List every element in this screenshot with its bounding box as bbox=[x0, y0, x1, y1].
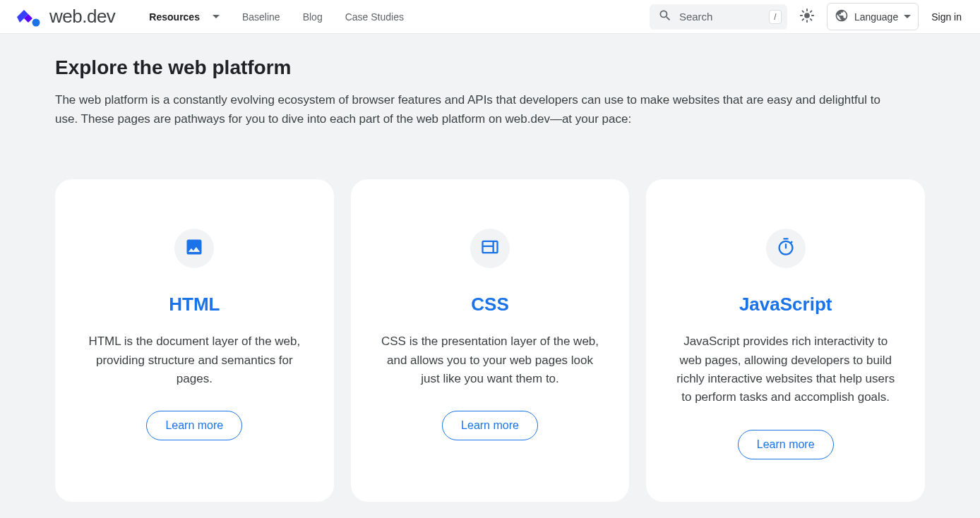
svg-line-6 bbox=[802, 11, 803, 12]
language-label: Language bbox=[854, 11, 898, 23]
site-header: web.dev Resources Baseline Blog Case Stu… bbox=[0, 0, 980, 34]
logo-icon bbox=[17, 7, 42, 27]
nav-blog[interactable]: Blog bbox=[303, 11, 323, 23]
page-description: The web platform is a constantly evolvin… bbox=[55, 90, 902, 128]
page-title: Explore the web platform bbox=[55, 56, 925, 79]
search-input[interactable] bbox=[679, 11, 762, 23]
chevron-down-icon bbox=[904, 15, 911, 18]
card-html: HTML HTML is the document layer of the w… bbox=[55, 179, 334, 501]
svg-line-9 bbox=[811, 11, 812, 12]
learn-more-button[interactable]: Learn more bbox=[442, 411, 538, 440]
cards-row: HTML HTML is the document layer of the w… bbox=[55, 179, 925, 501]
card-title: HTML bbox=[169, 294, 220, 315]
card-icon-wrap bbox=[174, 229, 214, 268]
sun-icon bbox=[799, 8, 815, 26]
theme-toggle[interactable] bbox=[793, 3, 821, 31]
card-description: JavaScript provides rich interactivity t… bbox=[671, 332, 900, 406]
nav-baseline[interactable]: Baseline bbox=[242, 11, 280, 23]
chevron-down-icon bbox=[213, 15, 220, 18]
timer-icon bbox=[776, 237, 796, 260]
nav-label: Resources bbox=[149, 11, 200, 23]
card-css: CSS CSS is the presentation layer of the… bbox=[351, 179, 630, 501]
search-shortcut: / bbox=[769, 10, 782, 24]
svg-line-8 bbox=[802, 18, 803, 20]
svg-point-0 bbox=[32, 18, 40, 26]
nav-case-studies[interactable]: Case Studies bbox=[345, 11, 404, 23]
card-javascript: JavaScript JavaScript provides rich inte… bbox=[646, 179, 925, 501]
nav-label: Case Studies bbox=[345, 11, 404, 23]
svg-point-1 bbox=[804, 13, 810, 18]
search-icon bbox=[658, 8, 672, 25]
card-description: CSS is the presentation layer of the web… bbox=[376, 332, 604, 388]
card-icon-wrap bbox=[470, 229, 510, 268]
card-title: CSS bbox=[471, 294, 508, 315]
image-icon bbox=[184, 237, 204, 260]
card-description: HTML is the document layer of the web, p… bbox=[80, 332, 309, 388]
main-content: Explore the web platform The web platfor… bbox=[0, 34, 980, 518]
search-box[interactable]: / bbox=[650, 4, 787, 30]
nav-label: Blog bbox=[303, 11, 323, 23]
top-nav: Resources Baseline Blog Case Studies bbox=[149, 11, 404, 23]
signin-link[interactable]: Sign in bbox=[924, 11, 969, 23]
web-icon bbox=[480, 237, 500, 260]
card-title: JavaScript bbox=[739, 294, 832, 315]
svg-line-7 bbox=[811, 18, 812, 20]
learn-more-button[interactable]: Learn more bbox=[146, 411, 242, 440]
card-icon-wrap bbox=[766, 229, 806, 268]
globe-icon bbox=[835, 8, 849, 25]
logo-text: web.dev bbox=[49, 6, 115, 28]
nav-resources[interactable]: Resources bbox=[149, 11, 220, 23]
learn-more-button[interactable]: Learn more bbox=[738, 430, 834, 459]
language-selector[interactable]: Language bbox=[827, 3, 919, 30]
nav-label: Baseline bbox=[242, 11, 280, 23]
logo[interactable]: web.dev bbox=[17, 6, 115, 28]
